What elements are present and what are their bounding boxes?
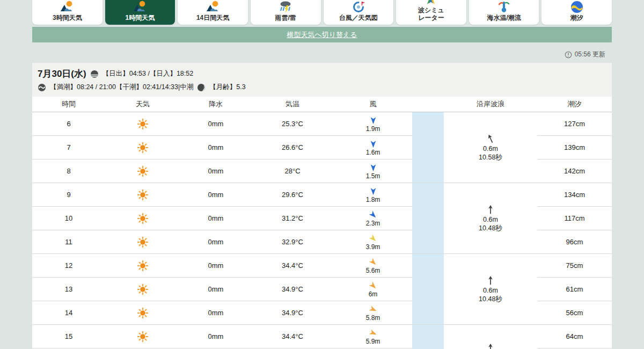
tab-3hour[interactable]: 3時間天気 <box>32 0 103 25</box>
wind-direction-arrow-icon <box>369 281 378 290</box>
tab-1hour[interactable]: 1時間天気 <box>105 0 175 25</box>
wind-direction-arrow-icon <box>369 210 378 220</box>
wind-direction-arrow-icon <box>369 234 378 243</box>
tide-wave-icon <box>38 83 46 92</box>
wind-speed: 1.5m <box>366 173 380 179</box>
hour-cell: 7 <box>32 136 105 159</box>
sunrise-sunset-icon <box>90 70 99 78</box>
partly-cloudy-icon <box>206 0 220 14</box>
hour-cell: 9 <box>32 183 105 207</box>
partly-cloudy-icon <box>133 0 147 14</box>
wave-height: 0.6m <box>483 286 498 295</box>
moon-age-icon <box>197 83 206 92</box>
hour-row-12: 120mm34.4°C5.6m0.6m10.48秒75cm <box>32 254 612 278</box>
sunny-icon <box>105 207 180 230</box>
sunny-icon <box>105 183 180 207</box>
sunny-icon <box>105 230 180 254</box>
coastal-wave-cell: 0.6m10.58秒 <box>444 112 537 183</box>
col-coastal-wave: 沿岸波浪 <box>444 97 537 112</box>
wind-cell: 3.9m <box>334 230 412 254</box>
wave-height: 0.6m <box>483 215 498 224</box>
wind-direction-arrow-icon <box>369 305 378 314</box>
wave-direction-arrow-icon <box>485 343 496 349</box>
weather-tab-bar: 3時間天気1時間天気14日間天気雨雲/雷台風／天気図波シミュ レーター海水温/潮… <box>32 0 612 25</box>
coastal-wave-cell: 0.6m10.48秒 <box>444 183 537 254</box>
switch-layout-banner: 横型天気へ切り替える <box>32 27 612 42</box>
hour-cell: 12 <box>32 254 105 278</box>
wind-cell: 2.3m <box>334 207 412 230</box>
hour-cell: 6 <box>32 112 105 136</box>
col-tide: 潮汐 <box>537 97 612 112</box>
hour-cell: 15 <box>32 325 105 348</box>
tab-label: 14日間天気 <box>196 14 229 21</box>
coastal-wave-cell: 0.6m10.48秒 <box>444 254 537 325</box>
precip-cell: 0mm <box>180 136 251 159</box>
wave-direction-arrow-icon <box>485 275 496 286</box>
hour-cell: 8 <box>32 159 105 183</box>
wind-direction-arrow-icon <box>369 140 378 149</box>
tide-level-cell: 127cm <box>537 112 612 136</box>
temp-cell: 34.9°C <box>251 301 334 325</box>
hour-cell: 10 <box>32 207 105 230</box>
tide-level-cell: 142cm <box>537 159 612 183</box>
wind-cell: 5.8m <box>334 301 412 325</box>
col-hour: 時間 <box>32 97 105 112</box>
sunrise-sunset-text: 【日出】04:53 /【日入】18:52 <box>103 69 194 78</box>
tab-sea-temp-current[interactable]: 海水温/潮流 <box>469 0 539 25</box>
sea-temp-icon <box>497 0 511 14</box>
col-precip: 降水 <box>180 97 251 112</box>
wind-cell: 5.6m <box>334 254 412 278</box>
temp-cell: 31.2°C <box>251 207 334 230</box>
tide-level-cell: 96cm <box>537 230 612 254</box>
hour-cell: 11 <box>32 230 105 254</box>
precip-cell: 0mm <box>180 301 251 325</box>
tab-raincloud-lightning[interactable]: 雨雲/雷 <box>251 0 321 25</box>
wind-speed: 1.9m <box>366 126 380 132</box>
precip-cell: 0mm <box>180 159 251 183</box>
tab-label: 3時間天気 <box>53 14 82 21</box>
tide-level-cell: 64cm <box>537 325 612 348</box>
sunny-icon <box>105 136 180 159</box>
coastal-wave-cell <box>444 325 537 349</box>
wind-cell: 1.5m <box>334 159 412 183</box>
wave-height-strip <box>412 183 444 254</box>
partly-cloudy-icon <box>60 0 74 14</box>
precip-cell: 0mm <box>180 183 251 207</box>
sunny-icon <box>105 112 180 136</box>
col-wave-strip <box>412 97 444 112</box>
hourly-weather-table: 時間天気降水気温風沿岸波浪潮汐 60mm25.3°C1.9m0.6m10.58秒… <box>32 97 612 349</box>
wind-direction-arrow-icon <box>369 329 378 338</box>
tide-level-cell: 75cm <box>537 254 612 278</box>
tide-level-cell: 61cm <box>537 278 612 301</box>
typhoon-icon <box>352 0 365 14</box>
tide-level-cell: 56cm <box>537 301 612 325</box>
hour-row-6: 60mm25.3°C1.9m0.6m10.58秒127cm <box>32 112 612 136</box>
tab-tide[interactable]: 潮汐 <box>541 0 612 25</box>
wave-height-strip <box>412 254 444 325</box>
sunny-icon <box>105 159 180 183</box>
precip-cell: 0mm <box>180 230 251 254</box>
temp-cell: 26.6°C <box>251 136 334 159</box>
tab-14day[interactable]: 14日間天気 <box>178 0 248 25</box>
wind-cell: 5.9m <box>334 325 412 348</box>
wave-direction-arrow-icon <box>485 204 496 215</box>
hour-row-15: 150mm34.4°C5.9m64cm <box>32 325 612 348</box>
temp-cell: 25.3°C <box>251 112 334 136</box>
precip-cell: 0mm <box>180 112 251 136</box>
tab-typhoon-chart[interactable]: 台風／天気図 <box>324 0 394 25</box>
wind-cell: 1.9m <box>334 112 412 136</box>
tide-times-text: 【満潮】08:24 / 21:00【干潮】02:41/14:33|中潮 <box>50 83 193 92</box>
switch-to-horizontal-link[interactable]: 横型天気へ切り替える <box>287 30 357 40</box>
precip-cell: 0mm <box>180 278 251 301</box>
wave-period: 10.48秒 <box>479 224 502 232</box>
tab-wave-simulator[interactable]: 波シミュ レーター <box>396 0 466 25</box>
wave-height-strip <box>412 112 444 183</box>
update-status: 05:56 更新 <box>32 50 612 59</box>
wave-direction-arrow-icon <box>485 133 496 144</box>
wind-speed: 5.9m <box>366 338 380 345</box>
wave-sim-icon <box>424 0 438 6</box>
wind-speed: 5.8m <box>366 315 380 321</box>
sunny-icon <box>105 278 180 301</box>
hour-cell: 13 <box>32 278 105 301</box>
wind-cell: 6m <box>334 278 412 301</box>
